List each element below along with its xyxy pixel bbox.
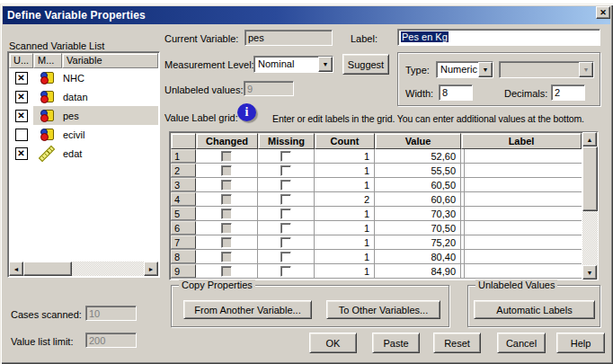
label-cell[interactable] [461,207,465,220]
missing-checkbox[interactable] [280,223,291,234]
changed-checkbox[interactable] [221,151,232,162]
scanned-variable-list[interactable]: U... M... Variable ✕NHC✕datan✕pesecivil✕… [7,51,160,278]
horizontal-scroll-track[interactable] [72,262,144,276]
value-label-grid[interactable]: Changed Missing Count Value Label 1152,6… [169,131,599,280]
variable-row-body[interactable]: datan [33,87,158,106]
label-cell[interactable] [461,264,465,278]
reset-button[interactable]: Reset [433,333,481,353]
from-another-variable-button[interactable]: From Another Variable... [183,300,312,319]
scroll-left-icon: ◄ [13,266,20,272]
scroll-up-button[interactable]: ▲ [582,132,597,146]
grid-header-label[interactable]: Label [461,133,582,149]
row-checkbox[interactable]: ✕ [15,72,28,84]
close-button[interactable]: ✕ [596,6,610,19]
suggest-button[interactable]: Suggest [342,54,389,75]
nominal-icon-red-ball [40,133,49,141]
missing-checkbox[interactable] [280,165,291,176]
type-dropdown-button[interactable]: ▼ [478,62,493,77]
changed-checkbox[interactable] [221,209,232,219]
value-cell[interactable]: 75,20 [375,235,461,249]
variable-row-body[interactable]: NHC [33,68,158,87]
variable-row-NHC[interactable]: ✕NHC [9,68,158,87]
ok-button[interactable]: OK [309,333,357,353]
changed-checkbox[interactable] [221,237,232,248]
missing-checkbox[interactable] [280,209,291,219]
scroll-down-button[interactable]: ▼ [582,265,597,280]
horizontal-scroll-thumb[interactable] [23,262,72,276]
changed-checkbox[interactable] [221,223,232,234]
changed-checkbox[interactable] [221,194,232,205]
grid-header-changed[interactable]: Changed [196,133,258,149]
row-checkbox[interactable]: ✕ [15,110,28,122]
horizontal-scrollbar[interactable]: ◄ ► [9,262,158,276]
row-checkbox[interactable] [15,129,28,141]
changed-checkbox[interactable] [221,165,232,176]
vertical-scroll-thumb[interactable] [582,146,598,211]
variable-row-datan[interactable]: ✕datan [9,87,158,106]
measurement-level-dropdown-button[interactable]: ▼ [318,57,333,72]
value-cell[interactable]: 60,50 [375,178,461,191]
value-cell[interactable]: 70,50 [375,221,461,235]
value-cell[interactable]: 60,60 [375,192,461,206]
column-header-variable[interactable]: Variable [62,53,158,68]
vertical-scrollbar[interactable]: ▲ ▼ [582,132,598,280]
label-cell[interactable] [461,178,465,191]
variable-row-pes[interactable]: ✕pes [9,106,158,125]
nominal-measure-icon [40,90,54,104]
width-input[interactable]: 8 [439,84,473,101]
missing-checkbox[interactable] [280,180,291,191]
grid-header-missing[interactable]: Missing [258,133,315,149]
value-list-limit-field: 200 [85,333,137,348]
missing-checkbox[interactable] [280,252,291,262]
title-bar[interactable]: Define Variable Properties [3,6,610,24]
label-cell[interactable] [461,235,465,249]
label-input[interactable]: Pes en Kg [397,29,600,46]
changed-checkbox[interactable] [221,266,232,277]
missing-checkbox[interactable] [280,151,291,162]
automatic-labels-button[interactable]: Automatic Labels [474,300,595,319]
scroll-right-button[interactable]: ► [144,262,158,276]
missing-checkbox[interactable] [280,194,291,205]
value-cell[interactable]: 52,60 [375,149,461,163]
value-cell[interactable]: 84,90 [375,264,461,278]
variable-row-body[interactable]: ecivil [33,125,158,144]
paste-button[interactable]: Paste [372,333,420,353]
grid-row-3: 3160,50 [171,178,582,192]
grid-header-count[interactable]: Count [315,133,375,149]
column-header-m[interactable]: M... [33,53,62,68]
variable-row-ecivil[interactable]: ecivil [9,125,158,144]
grid-header-value[interactable]: Value [375,133,461,149]
changed-checkbox[interactable] [221,180,232,191]
grid-row-6: 6170,50 [171,221,582,235]
row-checkbox[interactable]: ✕ [15,91,28,103]
label-cell[interactable] [461,221,465,235]
variable-row-edat[interactable]: ✕edat [9,144,158,163]
value-cell[interactable]: 80,40 [375,250,461,263]
missing-cell [258,221,315,235]
checkbox-cell: ✕ [9,106,33,125]
label-input-selected-text: Pes en Kg [401,31,449,42]
help-button[interactable]: Help [556,333,605,353]
label-cell[interactable] [461,164,465,177]
column-header-u[interactable]: U... [9,53,33,68]
type-dropdown[interactable]: Numeric ▼ [436,61,493,78]
missing-checkbox[interactable] [280,237,291,248]
value-cell[interactable]: 55,50 [375,164,461,177]
variable-row-body[interactable]: edat [33,144,158,163]
measurement-level-dropdown[interactable]: Nominal ▼ [253,56,333,73]
variable-row-body[interactable]: pes [33,106,158,125]
label-cell[interactable] [461,250,465,263]
info-icon-glyph: i [237,103,256,121]
cancel-button[interactable]: Cancel [497,333,546,353]
variable-name: ecivil [60,129,158,140]
label-cell[interactable] [461,149,465,163]
missing-checkbox[interactable] [280,266,291,277]
changed-checkbox[interactable] [221,252,232,262]
row-checkbox[interactable]: ✕ [15,147,28,160]
scroll-left-button[interactable]: ◄ [9,262,23,276]
to-other-variables-button[interactable]: To Other Variables... [326,300,440,319]
vertical-scroll-track[interactable] [582,211,598,265]
decimals-input[interactable]: 2 [551,84,585,101]
value-cell[interactable]: 70,30 [375,207,461,220]
label-cell[interactable] [461,192,465,206]
